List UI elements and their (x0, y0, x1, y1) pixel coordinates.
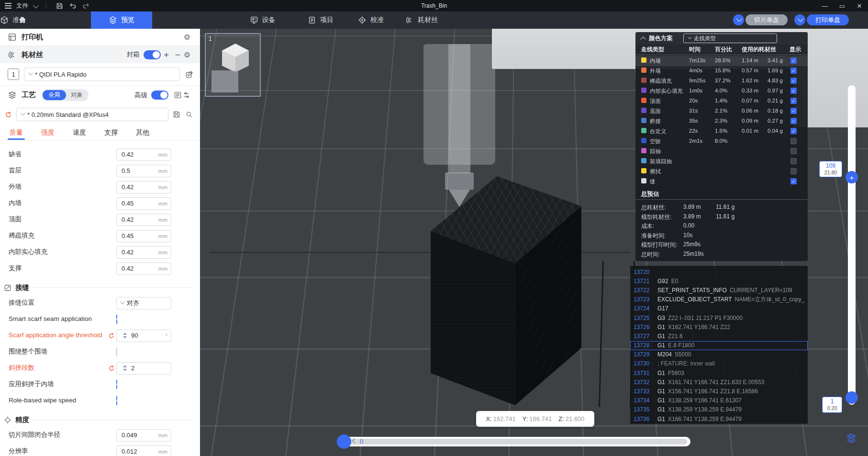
tab-设备[interactable]: 设备 (219, 11, 306, 29)
process-tab-速度[interactable]: 速度 (72, 125, 87, 140)
slice-button[interactable]: 切片单盘 (746, 14, 788, 25)
slice-dropdown-chevron-icon[interactable] (733, 14, 744, 25)
param-input[interactable]: 0.012mm (116, 445, 171, 456)
process-tab-质量[interactable]: 质量 (9, 125, 24, 140)
feature-visibility-checkbox[interactable] (790, 88, 797, 94)
scheme-dropdown[interactable]: 走线类型 (683, 34, 777, 43)
reset-param-icon[interactable] (108, 332, 115, 339)
tab-预览[interactable]: 预览 (91, 11, 152, 29)
param-spinner[interactable]: 90° (116, 330, 171, 342)
gcode-line[interactable]: 13727G1Z21.6 (630, 331, 808, 341)
gcode-line[interactable]: 13735G1X138.259 Y138.259 E.94479 (630, 405, 808, 414)
remove-filament-button[interactable]: − (172, 50, 184, 59)
tab-准备[interactable]: 准备 (0, 11, 26, 29)
print-button[interactable]: 打印单盘 (807, 14, 849, 25)
param-input[interactable]: 0.42mm (116, 262, 171, 275)
feature-visibility-checkbox[interactable] (790, 108, 797, 114)
layers-view-icon[interactable] (844, 431, 858, 445)
param-input[interactable]: 0.42mm (116, 148, 171, 161)
feature-visibility-checkbox[interactable] (790, 68, 797, 74)
gcode-line[interactable]: 13731G1F5603 (630, 368, 808, 377)
gcode-line[interactable]: 13723EXCLUDE_OBJECT_STARTNAME=立方体_id_0_c… (630, 295, 808, 304)
gcode-line[interactable]: 13725G3Z22 I-.031 J1.217 P1 F30000 (630, 313, 808, 322)
plate-thumbnail[interactable]: 1 (205, 33, 261, 97)
scope-object[interactable]: 对象 (66, 90, 88, 100)
gcode-line[interactable]: 13729M204S5000 (630, 350, 808, 359)
process-tab-支撑[interactable]: 支撑 (103, 125, 119, 140)
enclosure-toggle[interactable] (144, 50, 161, 59)
gcode-line[interactable]: 13724G17 (630, 304, 808, 313)
feature-visibility-checkbox[interactable] (790, 148, 797, 154)
param-checkbox[interactable] (116, 315, 117, 324)
layer-slider-bottom-knob[interactable] (846, 391, 858, 404)
scope-global[interactable]: 全局 (43, 90, 66, 100)
gcode-line[interactable]: 13726G1X162.741 Y166.741 Z22 (630, 322, 808, 331)
filament-preset-dropdown[interactable]: * QIDI PLA Rapido (24, 68, 180, 81)
process-tab-其他[interactable]: 其他 (135, 125, 150, 140)
edit-filament-icon[interactable] (185, 70, 193, 79)
maximize-button[interactable]: ▭ (834, 0, 851, 11)
redo-icon[interactable] (82, 1, 90, 10)
layer-slider-top-knob[interactable]: + (846, 171, 858, 183)
add-filament-button[interactable]: + (161, 50, 172, 59)
reset-param-icon[interactable] (108, 365, 115, 372)
spinner-arrows-icon[interactable] (122, 363, 128, 374)
save-preset-icon[interactable] (172, 110, 181, 119)
compare-presets-icon[interactable] (182, 91, 190, 100)
menu-icon[interactable] (5, 3, 11, 9)
param-input[interactable]: 0.5mm (116, 165, 171, 177)
param-input[interactable]: 0.049mm (116, 429, 171, 442)
reset-process-icon[interactable] (4, 110, 12, 119)
gcode-line[interactable]: 13736G1X166.741 Y138.259 E.94479 (630, 414, 808, 423)
close-button[interactable]: ✕ (851, 0, 868, 11)
filament-settings-gear-icon[interactable]: ⚙ (184, 50, 190, 59)
filament-slot-badge[interactable]: 1 (8, 68, 19, 80)
search-icon[interactable] (185, 110, 193, 119)
gcode-line[interactable]: 13730; FEATURE: Inner wall (630, 359, 808, 368)
undo-icon[interactable] (68, 1, 77, 10)
printer-settings-gear-icon[interactable]: ⚙ (184, 33, 190, 42)
feature-visibility-checkbox[interactable] (790, 78, 797, 84)
gcode-line[interactable]: 13734G1X138.259 Y166.741 E.61307 (630, 396, 808, 405)
gcode-line[interactable]: 13728G1E.8 F1800 (630, 341, 808, 350)
save-icon[interactable] (55, 1, 64, 10)
gcode-line[interactable]: 13732G1X161.741 Y166.741 Z21.633 E.00553 (630, 377, 808, 387)
feature-visibility-checkbox[interactable] (790, 138, 797, 144)
print-dropdown-chevron-icon[interactable] (794, 14, 805, 25)
move-slider-track[interactable] (340, 439, 687, 445)
advanced-toggle[interactable] (151, 91, 168, 100)
preset-list-icon[interactable] (173, 91, 182, 100)
param-checkbox[interactable] (116, 347, 117, 356)
scope-switch[interactable]: 全局 对象 (42, 89, 89, 101)
gcode-viewer[interactable]: 1372013721G92E013722SET_PRINT_STATS_INFO… (630, 266, 808, 424)
tab-耗材丝[interactable]: 耗材丝 (400, 11, 443, 29)
feature-visibility-checkbox[interactable] (790, 178, 797, 184)
move-slider[interactable]: 0 (338, 437, 690, 446)
gcode-line[interactable]: 13733G1X156.741 Y166.741 Z21.8 E.16586 (630, 387, 808, 396)
gcode-line[interactable]: 13722SET_PRINT_STATS_INFOCURRENT_LAYER=1… (630, 285, 808, 295)
spinner-arrows-icon[interactable] (122, 331, 128, 341)
tab-项目[interactable]: 项目 (300, 11, 342, 29)
param-input[interactable]: 0.45mm (116, 230, 171, 242)
feature-visibility-checkbox[interactable] (790, 158, 797, 164)
viewport-3d[interactable]: 1 颜色方案 走线类型 走线类型 时间 百分比 使 (200, 29, 868, 456)
gcode-line[interactable]: 13720 (630, 267, 808, 276)
param-select[interactable]: 对齐 (116, 297, 171, 309)
param-input[interactable]: 0.42mm (116, 246, 171, 259)
feature-visibility-checkbox[interactable] (790, 168, 797, 174)
param-spinner[interactable]: 2 (116, 362, 171, 375)
chevron-down-icon[interactable] (33, 2, 39, 8)
param-input[interactable]: 0.42mm (116, 181, 171, 194)
param-checkbox[interactable] (116, 396, 117, 405)
param-input[interactable]: 0.45mm (116, 197, 171, 210)
process-preset-dropdown[interactable]: * 0.20mm Standard @XPlus4 (16, 108, 168, 121)
layer-slider[interactable]: + (848, 85, 856, 405)
feature-visibility-checkbox[interactable] (790, 98, 797, 104)
param-input[interactable]: 0.42mm (116, 214, 171, 226)
feature-visibility-checkbox[interactable] (790, 57, 797, 64)
move-slider-knob[interactable] (337, 434, 351, 449)
gcode-line[interactable]: 13721G92E0 (630, 276, 808, 285)
collapse-icon[interactable] (640, 36, 645, 42)
feature-visibility-checkbox[interactable] (790, 128, 797, 134)
process-tab-强度[interactable]: 强度 (40, 125, 56, 140)
